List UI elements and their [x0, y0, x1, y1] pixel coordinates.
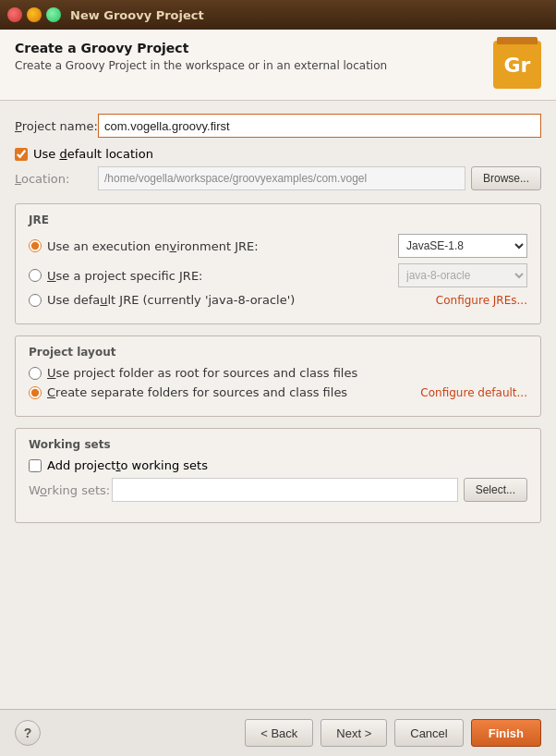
- header-text: Create a Groovy Project Create a Groovy …: [15, 41, 387, 72]
- add-working-sets-checkbox[interactable]: [29, 459, 42, 472]
- working-sets-input[interactable]: [112, 478, 458, 502]
- jre-default-row: Use default JRE (currently 'java-8-oracl…: [29, 293, 527, 307]
- project-layout-section: Project layout Use project folder as roo…: [15, 335, 541, 417]
- back-button[interactable]: < Back: [245, 719, 313, 747]
- use-default-location-checkbox[interactable]: [15, 148, 28, 161]
- select-button[interactable]: Select...: [464, 478, 527, 502]
- layout-separate-label: Create separate folders for sources and …: [47, 385, 415, 399]
- cancel-button[interactable]: Cancel: [394, 719, 463, 747]
- layout-separate-row: Create separate folders for sources and …: [29, 385, 527, 399]
- location-input[interactable]: [98, 166, 465, 190]
- location-row: Location: Browse...: [15, 166, 541, 190]
- button-bar: ? < Back Next > Cancel Finish: [0, 709, 556, 756]
- add-working-sets-label: Add projectto working sets: [47, 458, 208, 472]
- jre-env-radio[interactable]: [29, 239, 42, 252]
- jre-env-label: Use an execution environment JRE:: [47, 239, 393, 253]
- project-name-row: Project name:: [15, 114, 541, 138]
- layout-root-label: Use project folder as root for sources a…: [47, 366, 527, 380]
- project-layout-label: Project layout: [29, 346, 527, 359]
- jre-env-select[interactable]: JavaSE-1.8 JavaSE-11 JavaSE-17: [398, 234, 527, 258]
- configure-default-link[interactable]: Configure default...: [420, 386, 527, 399]
- minimize-button[interactable]: [27, 7, 42, 22]
- project-name-input[interactable]: [98, 114, 541, 138]
- dialog-title: Create a Groovy Project: [15, 41, 387, 55]
- jre-section: JRE Use an execution environment JRE: Ja…: [15, 203, 541, 324]
- titlebar: New Groovy Project: [0, 0, 556, 30]
- layout-root-radio[interactable]: [29, 367, 42, 380]
- dialog-content: Project name: Use default location Locat…: [0, 101, 556, 709]
- working-sets-field-label: Working sets:: [29, 483, 112, 497]
- jre-specific-label: Use a project specific JRE:: [47, 269, 393, 283]
- working-sets-section: Working sets Add projectto working sets …: [15, 428, 541, 523]
- jre-specific-radio[interactable]: [29, 269, 42, 282]
- maximize-button[interactable]: [46, 7, 61, 22]
- working-sets-label: Working sets: [29, 438, 527, 451]
- jre-default-label: Use default JRE (currently 'java-8-oracl…: [47, 293, 430, 307]
- jre-env-row: Use an execution environment JRE: JavaSE…: [29, 234, 527, 258]
- layout-root-row: Use project folder as root for sources a…: [29, 366, 527, 380]
- layout-separate-radio[interactable]: [29, 386, 42, 399]
- help-button[interactable]: ?: [15, 720, 41, 746]
- titlebar-buttons: [7, 7, 61, 22]
- dialog-header: Create a Groovy Project Create a Groovy …: [0, 30, 556, 101]
- working-sets-input-row: Working sets: Select...: [29, 478, 527, 502]
- add-working-sets-row: Add projectto working sets: [29, 458, 527, 472]
- window-title: New Groovy Project: [70, 8, 204, 22]
- jre-specific-select[interactable]: java-8-oracle: [398, 263, 527, 287]
- jre-default-radio[interactable]: [29, 294, 42, 307]
- finish-button[interactable]: Finish: [471, 719, 541, 747]
- close-button[interactable]: [7, 7, 22, 22]
- location-label: Location:: [15, 172, 98, 186]
- project-name-label: Project name:: [15, 119, 98, 133]
- dialog: Create a Groovy Project Create a Groovy …: [0, 30, 556, 756]
- next-button[interactable]: Next >: [320, 719, 387, 747]
- use-default-location-row: Use default location: [15, 147, 541, 161]
- jre-specific-row: Use a project specific JRE: java-8-oracl…: [29, 263, 527, 287]
- groovy-icon: Gr: [493, 41, 541, 89]
- configure-jres-link[interactable]: Configure JREs...: [436, 294, 527, 307]
- button-bar-right: < Back Next > Cancel Finish: [245, 719, 541, 747]
- dialog-subtitle: Create a Groovy Project in the workspace…: [15, 59, 387, 72]
- jre-section-label: JRE: [29, 213, 527, 226]
- use-default-location-label: Use default location: [33, 147, 153, 161]
- browse-button[interactable]: Browse...: [471, 166, 541, 190]
